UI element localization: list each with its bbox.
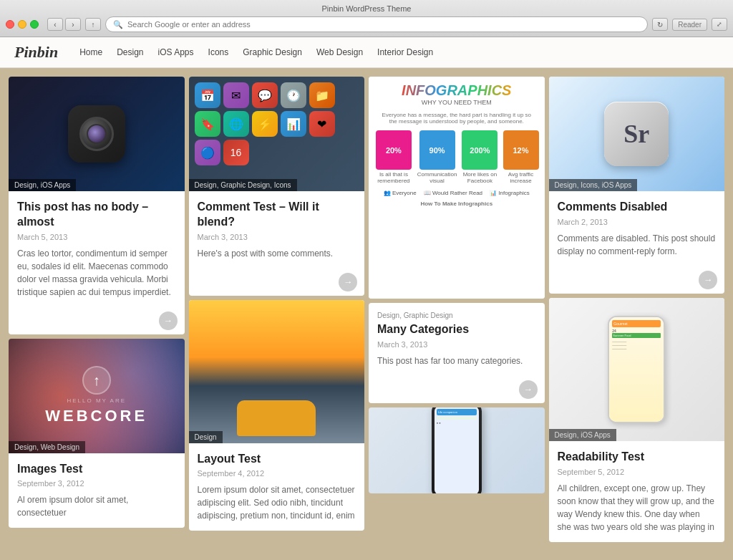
android-image: Life companion ● ● xyxy=(369,407,545,493)
card-text-6: Lorem ipsum dolor sit amet, consectetuer… xyxy=(198,483,356,522)
card-date-1: March 5, 2013 xyxy=(17,233,176,241)
legend-item-1: 👥 Everyone xyxy=(384,190,417,196)
card-tag-4: Design, Icons, iOS Apps xyxy=(549,179,638,191)
forward-button[interactable]: › xyxy=(65,18,81,31)
nav-interior-design[interactable]: Interior Design xyxy=(377,47,433,57)
post-card-1: Design, iOS Apps This post has no body –… xyxy=(9,77,185,334)
post-card-2: 📅 ✉ 💬 🕐 📁 🔖 🌐 ⚡ 📊 ❤ 🔵 16 Design, Graphi xyxy=(189,77,365,296)
main-content: Design, iOS Apps This post has no body –… xyxy=(0,68,733,560)
card-title-3[interactable]: Many Categories xyxy=(377,322,536,337)
post-card-android: Life companion ● ● xyxy=(369,407,545,493)
bar-3: 200% xyxy=(462,130,497,170)
col-3: INFOGRAPHICS WHY YOU NEED THEM Everyone … xyxy=(369,77,545,560)
infographic-howto: How To Make Infographics xyxy=(420,201,492,207)
card-text-4: Comments are disabled. This post should … xyxy=(558,232,717,258)
legend-item-3: 📊 Infographics xyxy=(490,190,530,196)
post-card-7: Gourmet 24 Summer Food ——————————————— D… xyxy=(549,298,725,542)
camera-lens xyxy=(79,117,114,151)
nav-design[interactable]: Design xyxy=(117,47,143,57)
android-screen-bar xyxy=(437,417,477,420)
mini-icon-12: 16 xyxy=(223,140,249,165)
card-arrow-3: → xyxy=(369,376,545,403)
browser-chrome: Pinbin WordPress Theme ‹ › ↑ 🔍 ↻ Reader … xyxy=(0,0,733,37)
card-body-5: Images Test September 3, 2012 Al orem ip… xyxy=(9,453,185,528)
phone-header: Gourmet xyxy=(612,320,661,327)
card-image-infographic: INFOGRAPHICS WHY YOU NEED THEM Everyone … xyxy=(369,77,545,299)
card-title-1[interactable]: This post has no body – almost xyxy=(17,200,176,230)
bar-label-4: Avg traffic increase xyxy=(503,171,539,184)
bar-2: 90% xyxy=(419,130,455,170)
card-image-5: ↑ HELLO MY ARE WEBCORE Design, Web Desig… xyxy=(9,339,185,453)
card-body-2: Comment Test – Will it blend? March 3, 2… xyxy=(189,191,365,269)
fullscreen-button[interactable] xyxy=(30,20,39,29)
browser-title: Pinbin WordPress Theme xyxy=(6,4,727,13)
nav-graphic-design[interactable]: Graphic Design xyxy=(243,47,302,57)
address-bar[interactable]: 🔍 xyxy=(105,16,648,32)
card-text-5: Al orem ipsum dolor sit amet, consectetu… xyxy=(17,493,176,519)
card-image-1: Design, iOS Apps xyxy=(9,77,185,191)
card-date-4: March 2, 2013 xyxy=(558,218,717,226)
fullscreen-icon[interactable]: ⤢ xyxy=(712,18,727,31)
bar-1: 20% xyxy=(376,130,412,170)
card-date-5: September 3, 2012 xyxy=(17,479,176,488)
mini-icon-4: 🕐 xyxy=(281,82,306,108)
card-body-6: Layout Test September 4, 2012 Lorem ipsu… xyxy=(189,443,365,531)
card-image-4: Sr Design, Icons, iOS Apps xyxy=(549,77,725,191)
infographic-subtitle: WHY YOU NEED THEM xyxy=(422,99,492,106)
card-date-6: September 4, 2012 xyxy=(198,469,356,478)
card-arrow-2: → xyxy=(189,269,365,296)
back-button[interactable]: ‹ xyxy=(47,18,63,31)
card-text-1: Cras leo tortor, condimentum id semper e… xyxy=(17,247,176,299)
android-screen-text: ● ● xyxy=(437,421,477,425)
phone-text: ——————————————— xyxy=(612,339,661,350)
phone-container: Gourmet 24 Summer Food ——————————————— xyxy=(608,316,665,423)
read-more-2[interactable]: → xyxy=(339,273,357,291)
phone-content-1: 24 xyxy=(612,329,661,333)
card-body-7: Readability Test September 5, 2012 All c… xyxy=(549,441,725,542)
read-more-3[interactable]: → xyxy=(519,380,538,399)
card-tag-1: Design, iOS Apps xyxy=(9,179,76,191)
nav-web-design[interactable]: Web Design xyxy=(316,47,363,57)
bar-label-2: Communication visual xyxy=(417,171,457,184)
site-nav: Home Design iOS Apps Icons Graphic Desig… xyxy=(79,47,433,57)
card-date-7: September 5, 2012 xyxy=(558,468,717,476)
card-title-4[interactable]: Comments Disabled xyxy=(558,200,717,215)
site-header: Pinbin Home Design iOS Apps Icons Graphi… xyxy=(0,37,733,68)
camera-image xyxy=(9,77,185,191)
infographic-bars: 20% Is all that is remembered 90% Commun… xyxy=(374,130,539,184)
col-2: 📅 ✉ 💬 🕐 📁 🔖 🌐 ⚡ 📊 ❤ 🔵 16 Design, Graphi xyxy=(189,77,365,560)
reload-button[interactable]: ↻ xyxy=(652,18,668,31)
card-date-3: March 3, 2013 xyxy=(377,340,536,349)
minimize-button[interactable] xyxy=(18,20,26,29)
post-card-6: Design Layout Test September 4, 2012 Lor… xyxy=(189,300,365,531)
reader-button[interactable]: Reader xyxy=(672,19,707,31)
col-4: Sr Design, Icons, iOS Apps Comments Disa… xyxy=(549,77,725,560)
card-title-5[interactable]: Images Test xyxy=(17,462,176,477)
post-card-4: Sr Design, Icons, iOS Apps Comments Disa… xyxy=(549,77,725,294)
card-title-7[interactable]: Readability Test xyxy=(558,450,717,465)
card-title-6[interactable]: Layout Test xyxy=(198,452,356,467)
share-button[interactable]: ↑ xyxy=(85,18,101,31)
nav-icons[interactable]: Icons xyxy=(208,47,229,57)
post-grid: Design, iOS Apps This post has no body –… xyxy=(9,77,724,560)
address-input[interactable] xyxy=(127,20,640,29)
camera-icon xyxy=(68,105,125,163)
nav-home[interactable]: Home xyxy=(79,47,102,57)
mini-icon-9: 📊 xyxy=(281,111,306,137)
card-tag-3: Design, Graphic Design xyxy=(377,312,536,319)
site-logo[interactable]: Pinbin xyxy=(14,43,58,62)
read-more-4[interactable]: → xyxy=(699,271,717,289)
close-button[interactable] xyxy=(6,20,14,29)
read-more-1[interactable]: → xyxy=(159,312,178,330)
infographic-visual: INFOGRAPHICS WHY YOU NEED THEM Everyone … xyxy=(369,77,545,299)
card-title-2[interactable]: Comment Test – Will it blend? xyxy=(198,200,356,230)
card-image-7: Gourmet 24 Summer Food ——————————————— D… xyxy=(549,298,725,441)
mini-icon-1: 📅 xyxy=(195,82,220,108)
post-card-5: ↑ HELLO MY ARE WEBCORE Design, Web Desig… xyxy=(9,339,185,528)
icons-image: 📅 ✉ 💬 🕐 📁 🔖 🌐 ⚡ 📊 ❤ 🔵 16 xyxy=(189,77,365,191)
card-body-3: Design, Graphic Design Many Categories M… xyxy=(369,303,545,376)
card-image-6: Design xyxy=(189,300,365,443)
sr-icon: Sr xyxy=(604,102,669,166)
nav-ios-apps[interactable]: iOS Apps xyxy=(158,47,194,57)
mini-icon-11: 🔵 xyxy=(195,140,220,165)
